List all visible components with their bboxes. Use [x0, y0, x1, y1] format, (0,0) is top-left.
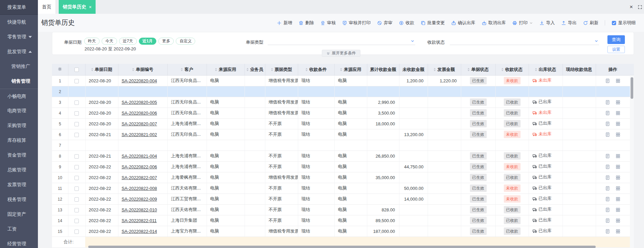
expand-more-button[interactable]: 展开更多条件 — [322, 50, 360, 57]
toolbar-button-打印[interactable]: 打印 — [512, 20, 533, 26]
row-document-edit-icon[interactable] — [605, 100, 610, 105]
order-code-link[interactable]: SA-20220822-010 — [122, 207, 157, 212]
row-checkbox[interactable] — [74, 122, 79, 126]
order-code-link[interactable]: SA-20220820-006 — [122, 111, 157, 116]
query-button[interactable]: 查询 — [607, 35, 625, 44]
sort-icon[interactable] — [132, 68, 134, 71]
table-row[interactable]: 142022-08-22SA-20220822-011上海日升集团电脑不开票现结… — [52, 215, 630, 226]
sort-icon[interactable] — [434, 68, 436, 71]
order-code-link[interactable]: SA-20220821-004 — [122, 154, 157, 159]
order-code-link[interactable]: SA-20220820-004 — [122, 78, 157, 83]
sidebar-item-工资[interactable]: 工资 — [0, 222, 38, 237]
select-all-checkbox[interactable] — [74, 68, 79, 72]
row-document-edit-icon[interactable] — [605, 164, 610, 169]
close-window-icon[interactable]: × — [630, 0, 633, 14]
table-row[interactable]: 52022-08-20SA-20220820-007上海先浦有限...电脑不开票… — [52, 118, 630, 129]
sidebar-item-零售管理[interactable]: 零售管理 — [0, 30, 38, 44]
row-document-edit-icon[interactable] — [605, 207, 610, 212]
sidebar-item-总账管理[interactable]: 总账管理 — [0, 163, 38, 177]
row-grid-icon[interactable] — [615, 207, 621, 212]
order-code-link[interactable]: SA-20220821-002 — [122, 132, 157, 137]
row-checkbox[interactable] — [74, 100, 79, 105]
column-header-出库状态[interactable]: 出库状态 — [529, 64, 562, 75]
sort-icon[interactable] — [215, 68, 217, 71]
row-grid-icon[interactable] — [615, 175, 621, 180]
toolbar-button-取消出库[interactable]: 取消出库 — [482, 20, 506, 26]
sort-icon[interactable] — [306, 68, 308, 71]
column-header-收款条件[interactable]: 收款条件 — [298, 64, 334, 75]
toolbar-button-确认出库[interactable]: 确认出库 — [451, 20, 475, 26]
doc-type-select[interactable] — [268, 36, 415, 45]
toolbar-button-导入[interactable]: 导入 — [539, 20, 555, 26]
sidebar-item-固定资产[interactable]: 固定资产 — [0, 207, 38, 222]
pay-status-select[interactable] — [450, 36, 599, 45]
row-document-edit-icon[interactable] — [605, 229, 610, 234]
table-row[interactable]: 7 — [52, 140, 630, 151]
row-grid-icon[interactable] — [615, 154, 621, 159]
table-row[interactable]: 12022-08-20SA-20220820-004江西无印良品...电脑增值税… — [52, 75, 630, 86]
tab-销货单历史[interactable]: 销货单历史× — [59, 0, 96, 14]
row-grid-icon[interactable] — [615, 186, 621, 191]
row-document-edit-icon[interactable] — [605, 218, 610, 223]
row-checkbox[interactable] — [74, 111, 79, 116]
row-document-edit-icon[interactable] — [605, 121, 610, 126]
table-row[interactable]: 82022-08-21SA-20220821-004上海先浦有限...电脑不开票… — [52, 151, 630, 161]
date-pill-近7天[interactable]: 近7天 — [119, 38, 137, 45]
row-checkbox[interactable] — [74, 154, 79, 159]
table-row[interactable]: 32022-08-20SA-20220820-005江西无印良品...电脑增值税… — [52, 97, 630, 108]
row-grid-icon[interactable] — [615, 132, 621, 137]
date-pill-昨天[interactable]: 昨天 — [84, 38, 100, 45]
column-header-来源应用[interactable]: 来源应用 — [334, 64, 367, 75]
toolbar-button-弃审[interactable]: 弃审 — [377, 20, 392, 26]
table-row[interactable]: 152022-08-22SA-20220822-014上海宝力有限...电脑增值… — [52, 226, 630, 237]
column-header-单据编号[interactable]: 单据编号 — [118, 64, 167, 75]
sidebar-item-采购管理[interactable]: 采购管理 — [0, 118, 38, 133]
sort-icon[interactable] — [91, 68, 93, 71]
table-row[interactable]: 42022-08-20SA-20220820-006江西无印良品...电脑增值税… — [52, 108, 630, 118]
vertical-scrollbar[interactable] — [630, 75, 634, 248]
toolbar-button-审核并打印[interactable]: 审核并打印 — [342, 20, 371, 26]
sidebar-item-快捷导航[interactable]: 快捷导航 — [0, 15, 38, 30]
row-grid-icon[interactable] — [615, 197, 621, 202]
date-pill-近1月[interactable]: 近1月 — [139, 38, 157, 45]
order-code-link[interactable]: SA-20220822-014 — [122, 229, 157, 234]
toolbar-button-批量变更[interactable]: 批量变更 — [421, 20, 445, 26]
vertical-scrollbar-thumb[interactable] — [631, 77, 633, 99]
table-row[interactable]: 92022-08-22SA-20220822-006上海先浦有限...电脑不开票… — [52, 161, 630, 172]
tab-close-icon[interactable]: × — [89, 4, 92, 10]
row-grid-icon[interactable] — [615, 100, 621, 105]
row-document-edit-icon[interactable] — [605, 132, 610, 137]
row-grid-icon[interactable] — [615, 218, 621, 223]
toolbar-button-删除[interactable]: 删除 — [299, 20, 314, 26]
toolbar-button-收款[interactable]: 收款 — [399, 20, 414, 26]
sort-icon[interactable] — [181, 68, 183, 71]
sort-icon[interactable] — [247, 68, 249, 71]
table-row[interactable]: 122022-08-22SA-20220822-009江西工贸有限...电脑不开… — [52, 194, 630, 204]
table-row[interactable]: 102022-08-22SA-20220822-007上海爱枫有限...电脑增值… — [52, 172, 630, 183]
table-row[interactable]: 112022-08-22SA-20220822-008江西天佑有限...电脑不开… — [52, 183, 630, 194]
row-checkbox[interactable] — [74, 219, 79, 223]
order-code-link[interactable]: SA-20220822-009 — [122, 197, 157, 202]
sidebar-item-库存核算[interactable]: 库存核算 — [0, 133, 38, 148]
row-checkbox[interactable] — [74, 208, 79, 212]
row-document-edit-icon[interactable] — [605, 186, 610, 191]
horizontal-scrollbar-thumb[interactable] — [88, 246, 596, 248]
table-row[interactable]: 132022-08-22SA-20220822-010江西天佑有限...电脑不开… — [52, 204, 630, 215]
settings-button[interactable]: 设置 — [607, 46, 625, 53]
row-document-edit-icon[interactable] — [605, 154, 610, 159]
table-row[interactable]: 62022-08-21SA-20220821-002江西无印良品...电脑不开票… — [52, 129, 630, 140]
sidebar-item-批发管理[interactable]: 批发管理 — [0, 44, 38, 59]
column-header-单据日期[interactable]: 单据日期 — [85, 64, 118, 75]
order-code-link[interactable]: SA-20220822-006 — [122, 164, 157, 169]
order-code-link[interactable]: SA-20220820-007 — [122, 121, 157, 126]
order-code-link[interactable]: SA-20220822-007 — [122, 175, 157, 180]
row-checkbox[interactable] — [74, 230, 79, 234]
row-checkbox[interactable] — [74, 176, 79, 180]
row-document-edit-icon[interactable] — [605, 111, 610, 116]
row-checkbox[interactable] — [74, 165, 79, 169]
row-grid-icon[interactable] — [615, 229, 621, 234]
row-checkbox[interactable] — [74, 187, 79, 191]
sidebar-item-营销推广[interactable]: 营销推广 — [0, 59, 38, 74]
row-grid-icon[interactable] — [615, 164, 621, 169]
date-pill-更多[interactable]: 更多 — [158, 38, 174, 45]
